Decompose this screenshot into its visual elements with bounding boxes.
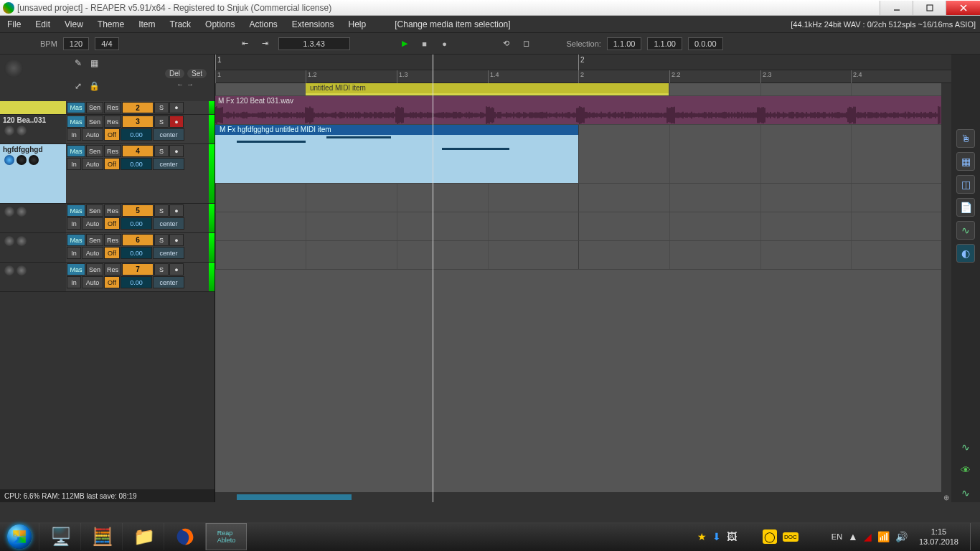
close-button[interactable] bbox=[946, 1, 980, 15]
record-arm-button[interactable]: ● bbox=[169, 102, 184, 113]
toolbar-mouse-icon[interactable]: 🖱 bbox=[956, 129, 975, 148]
sen-button[interactable]: Sen bbox=[86, 102, 103, 113]
zoom-corner[interactable]: ⊕ bbox=[941, 492, 951, 502]
toolbar-grid-icon[interactable]: ▦ bbox=[956, 152, 975, 171]
res-button[interactable]: Res bbox=[104, 145, 121, 157]
tray-language[interactable]: EN bbox=[831, 532, 842, 541]
track-name[interactable] bbox=[0, 101, 66, 114]
grid-icon[interactable]: ▦ bbox=[88, 57, 100, 69]
track-number[interactable]: 2 bbox=[122, 102, 154, 113]
toolbar-eye-icon[interactable]: 👁 bbox=[956, 461, 975, 479]
menu-item[interactable]: Item bbox=[131, 16, 162, 33]
track-lane[interactable]: M Fx 120 Beat 031.wav bbox=[215, 96, 951, 125]
loop-button[interactable]: ⟲ bbox=[499, 37, 514, 50]
pan-field[interactable]: center bbox=[153, 158, 184, 170]
solo-button[interactable]: S bbox=[154, 116, 169, 128]
position-display[interactable]: 1.3.43 bbox=[278, 37, 350, 50]
auto-button[interactable]: Auto bbox=[82, 276, 103, 288]
menu-view[interactable]: View bbox=[57, 16, 90, 33]
track-lane[interactable]: untitled MIDI item bbox=[215, 83, 951, 96]
tray-flag-icon[interactable]: ◢ bbox=[864, 531, 872, 542]
scrollbar-thumb[interactable] bbox=[237, 494, 352, 500]
taskbar-explorer2[interactable]: 📁 bbox=[122, 523, 164, 550]
start-button[interactable] bbox=[0, 522, 39, 551]
in-button[interactable]: In bbox=[67, 217, 81, 230]
playhead[interactable] bbox=[433, 55, 433, 502]
track-lane[interactable]: M Fx hgfdfgghgd untitled MIDI item bbox=[215, 125, 951, 184]
mas-button[interactable]: Mas bbox=[67, 234, 85, 246]
tray-clock[interactable]: 1:15 13.07.2018 bbox=[913, 527, 964, 547]
taskbar-explorer1[interactable]: 🖥️ bbox=[39, 523, 80, 550]
stop-button[interactable]: ■ bbox=[418, 37, 432, 50]
tray-up-icon[interactable]: ▲ bbox=[848, 531, 858, 542]
mas-button[interactable]: Mas bbox=[67, 145, 85, 157]
off-button[interactable]: Off bbox=[104, 128, 120, 141]
res-button[interactable]: Res bbox=[104, 234, 121, 246]
toolbar-wave2-icon[interactable]: ∿ bbox=[956, 438, 975, 456]
auto-button[interactable]: Auto bbox=[82, 247, 103, 259]
set-button[interactable]: Set bbox=[187, 69, 207, 78]
maximize-button[interactable] bbox=[913, 1, 946, 15]
taskbar-firefox[interactable] bbox=[164, 523, 205, 550]
vertical-scrollbar[interactable] bbox=[941, 83, 951, 492]
volume-field[interactable]: 0.00 bbox=[121, 217, 152, 230]
sen-button[interactable]: Sen bbox=[86, 145, 103, 157]
auto-button[interactable]: Auto bbox=[82, 217, 103, 230]
track-number[interactable]: 6 bbox=[122, 234, 154, 246]
toolbar-mixer-icon[interactable]: ◫ bbox=[956, 175, 975, 194]
midi-clip[interactable]: M Fx hgfdfgghgd untitled MIDI item bbox=[215, 125, 578, 183]
arrangement-view[interactable]: 12 121.21.31.42.22.32.4 untitled MIDI it… bbox=[215, 55, 951, 502]
menu-theme[interactable]: Theme bbox=[90, 16, 131, 33]
bpm-field[interactable]: 120 bbox=[63, 37, 89, 50]
expand-icon[interactable]: ⤢ bbox=[72, 80, 84, 92]
auto-button[interactable]: Auto bbox=[82, 158, 103, 170]
sen-button[interactable]: Sen bbox=[86, 116, 103, 128]
menu-edit[interactable]: Edit bbox=[28, 16, 57, 33]
selection-start[interactable]: 1.1.00 bbox=[607, 37, 642, 50]
pan-field[interactable]: center bbox=[153, 128, 184, 141]
right-arrow-icon[interactable]: → bbox=[187, 80, 194, 88]
track-knob[interactable] bbox=[29, 155, 39, 165]
timeline-ruler[interactable]: 12 121.21.31.42.22.32.4 bbox=[215, 55, 951, 83]
show-desktop-button[interactable] bbox=[970, 523, 977, 550]
pan-field[interactable]: center bbox=[153, 276, 184, 288]
track-knob[interactable] bbox=[17, 265, 27, 276]
track-knob[interactable] bbox=[17, 236, 27, 246]
record-arm-button[interactable]: ● bbox=[169, 234, 184, 246]
off-button[interactable]: Off bbox=[104, 158, 120, 170]
record-arm-button[interactable]: ● bbox=[169, 116, 184, 128]
play-button[interactable]: ▶ bbox=[397, 37, 412, 50]
tray-network-icon[interactable]: 📶 bbox=[877, 531, 890, 542]
minimize-button[interactable] bbox=[880, 1, 913, 15]
track-knob[interactable] bbox=[17, 155, 27, 165]
track-lane[interactable] bbox=[215, 241, 951, 270]
track-knob[interactable] bbox=[4, 155, 14, 165]
taskbar-reaper[interactable]: ReapAbleto bbox=[205, 523, 247, 550]
sen-button[interactable]: Sen bbox=[86, 234, 103, 246]
master-knob[interactable] bbox=[4, 59, 23, 77]
volume-field[interactable]: 0.00 bbox=[121, 276, 152, 288]
toolbar-loop-icon[interactable]: ◐ bbox=[956, 244, 975, 263]
menu-track[interactable]: Track bbox=[163, 16, 199, 33]
menu-help[interactable]: Help bbox=[341, 16, 374, 33]
solo-button[interactable]: S bbox=[154, 102, 169, 113]
horizontal-scrollbar[interactable] bbox=[215, 492, 941, 502]
res-button[interactable]: Res bbox=[104, 116, 121, 128]
off-button[interactable]: Off bbox=[104, 247, 120, 259]
pan-field[interactable]: center bbox=[153, 217, 184, 230]
menu-actions[interactable]: Actions bbox=[242, 16, 284, 33]
toolbar-wave3-icon[interactable]: ∿ bbox=[956, 484, 975, 502]
mas-button[interactable]: Mas bbox=[67, 116, 85, 128]
solo-button[interactable]: S bbox=[154, 263, 169, 276]
tray-download-icon[interactable]: ⬇ bbox=[712, 531, 721, 542]
in-button[interactable]: In bbox=[67, 247, 81, 259]
del-button[interactable]: Del bbox=[165, 69, 184, 78]
sen-button[interactable]: Sen bbox=[86, 204, 103, 217]
res-button[interactable]: Res bbox=[104, 204, 121, 217]
volume-field[interactable]: 0.00 bbox=[121, 128, 152, 141]
record-arm-button[interactable]: ● bbox=[169, 263, 184, 276]
audio-clip[interactable]: M Fx 120 Beat 031.wav bbox=[215, 96, 941, 124]
repeat-button[interactable]: ◻ bbox=[519, 37, 534, 50]
volume-field[interactable]: 0.00 bbox=[121, 247, 152, 259]
solo-button[interactable]: S bbox=[154, 204, 169, 217]
